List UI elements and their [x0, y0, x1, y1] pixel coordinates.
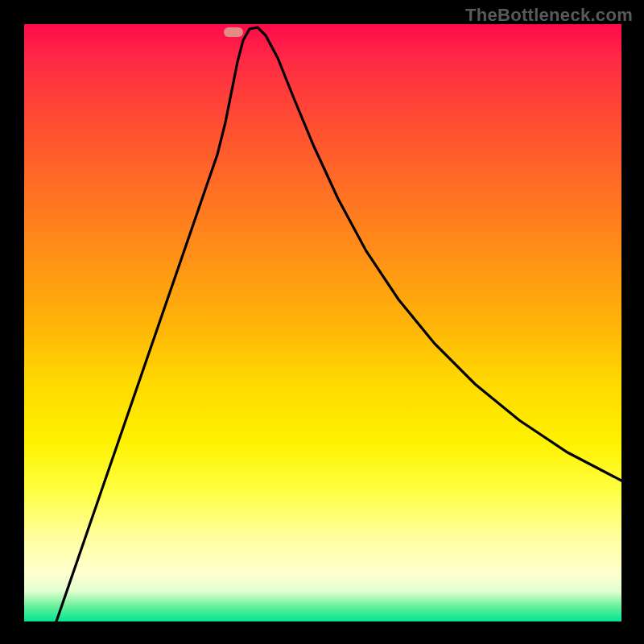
watermark-text: TheBottleneck.com — [465, 5, 633, 26]
bottleneck-curve-path — [56, 27, 621, 621]
curve-svg — [24, 24, 621, 621]
plot-area — [24, 24, 621, 621]
chart-container: TheBottleneck.com — [0, 0, 644, 644]
optimal-point-marker — [224, 27, 243, 37]
